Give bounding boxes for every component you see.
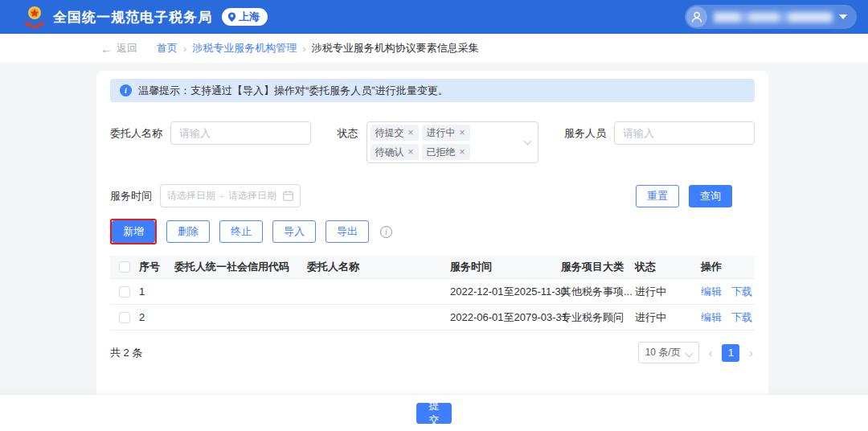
edit-link[interactable]: 编辑 xyxy=(701,285,722,299)
export-button[interactable]: 导出 xyxy=(326,220,369,243)
breadcrumb-separator-icon: › xyxy=(183,43,186,55)
back-button[interactable]: ← 返回 xyxy=(100,41,137,55)
row-no: 2 xyxy=(139,311,174,323)
submit-button[interactable]: 提交 xyxy=(416,403,452,424)
pagination-bar: 共 2 条 10 条/页 ‹ 1 › xyxy=(110,342,755,363)
location-label: 上海 xyxy=(239,10,260,24)
status-tag-label: 进行中 xyxy=(427,126,456,140)
avatar xyxy=(686,6,707,27)
user-icon xyxy=(690,10,703,23)
date-separator: - xyxy=(220,191,223,202)
prev-page-button[interactable]: ‹ xyxy=(707,347,714,359)
header-service-time: 服务时间 xyxy=(450,260,561,274)
download-link[interactable]: 下载 xyxy=(731,310,752,325)
agreements-table: 序号 委托人统一社会信用代码 委托人名称 服务时间 服务项目大类 状态 操作 1… xyxy=(110,256,755,330)
breadcrumb-home[interactable]: 首页 xyxy=(157,41,178,55)
status-tag: 待确认 × xyxy=(371,144,419,160)
page: 全国统一规范电子税务局 上海 ← 返回 首页 xyxy=(0,0,868,431)
status-tag: 进行中 × xyxy=(422,125,470,141)
chevron-down-icon xyxy=(685,350,693,358)
redacted-username xyxy=(714,12,833,23)
row-category: 专业税务顾问 xyxy=(561,310,635,325)
import-button[interactable]: 导入 xyxy=(272,220,316,243)
back-label: 返回 xyxy=(117,41,137,55)
tag-close-icon[interactable]: × xyxy=(408,146,414,158)
table-header-row: 序号 委托人统一社会信用代码 委托人名称 服务时间 服务项目大类 状态 操作 xyxy=(110,256,755,279)
toolbar-info-icon[interactable]: i xyxy=(380,226,392,238)
status-tag-label: 待提交 xyxy=(375,126,404,140)
date-start-placeholder: 请选择日期 xyxy=(167,189,215,203)
chevron-down-icon xyxy=(839,14,847,19)
status-label: 状态 xyxy=(338,121,358,145)
row-no: 1 xyxy=(139,285,174,298)
status-tag: 已拒绝 × xyxy=(422,144,470,160)
row-checkbox[interactable] xyxy=(119,286,130,298)
filter-row-2: 服务时间 请选择日期 - 请选择日期 重置 查询 xyxy=(110,184,755,207)
header-category: 服务项目大类 xyxy=(561,260,635,274)
service-person-label: 服务人员 xyxy=(564,121,606,145)
next-page-button[interactable]: › xyxy=(747,347,755,359)
chevron-down-icon xyxy=(523,138,531,146)
main-content-card: i 温馨提示：支持通过【导入】操作对“委托服务人员”进行批量变更。 委托人名称 … xyxy=(96,71,768,394)
tag-close-icon[interactable]: × xyxy=(408,127,414,138)
tag-close-icon[interactable]: × xyxy=(460,146,465,158)
select-all-checkbox[interactable] xyxy=(119,261,130,273)
client-name-input[interactable] xyxy=(170,121,311,145)
edit-link[interactable]: 编辑 xyxy=(701,310,722,325)
delete-button[interactable]: 删除 xyxy=(166,220,210,243)
total-count: 共 2 条 xyxy=(110,346,142,360)
row-checkbox[interactable] xyxy=(119,312,130,323)
breadcrumb-separator-icon: › xyxy=(302,43,305,55)
terminate-button[interactable]: 终止 xyxy=(219,220,263,243)
location-pin-icon xyxy=(227,12,236,23)
filter-buttons: 重置 查询 xyxy=(636,185,732,207)
info-icon: i xyxy=(120,84,132,96)
service-person-input[interactable] xyxy=(614,121,755,145)
header-no: 序号 xyxy=(139,260,174,274)
row-status: 进行中 xyxy=(635,285,701,299)
service-person-filter: 服务人员 xyxy=(564,121,755,145)
table-row: 1 2022-12-01至2025-11-30 其他税务事项... 进行中 编辑… xyxy=(110,279,755,305)
row-status: 进行中 xyxy=(635,310,701,325)
tax-bureau-logo-icon xyxy=(23,4,47,30)
page-size-select[interactable]: 10 条/页 xyxy=(638,342,699,363)
user-account-dropdown[interactable] xyxy=(685,5,857,29)
calendar-icon xyxy=(283,191,293,201)
status-filter: 状态 待提交 × 进行中 × 待确认 × 已拒绝 xyxy=(338,121,538,163)
app-title: 全国统一规范电子税务局 xyxy=(53,8,212,27)
breadcrumb-current-page: 涉税专业服务机构协议要素信息采集 xyxy=(312,41,479,55)
service-time-range-picker[interactable]: 请选择日期 - 请选择日期 xyxy=(160,184,301,207)
filter-row-1: 委托人名称 状态 待提交 × 进行中 × 待确认 × xyxy=(110,121,755,163)
status-tag-label: 待确认 xyxy=(375,146,404,159)
toolbar: 新增 删除 终止 导入 导出 i xyxy=(110,219,755,244)
row-service-time: 2022-06-01至2079-03-31 xyxy=(450,310,561,325)
add-button[interactable]: 新增 xyxy=(112,220,155,243)
header-credit-code: 委托人统一社会信用代码 xyxy=(174,260,307,274)
breadcrumb-agency-management[interactable]: 涉税专业服务机构管理 xyxy=(192,41,297,55)
notice-banner: i 温馨提示：支持通过【导入】操作对“委托服务人员”进行批量变更。 xyxy=(110,79,755,102)
tag-close-icon[interactable]: × xyxy=(460,127,465,138)
row-service-time: 2022-12-01至2025-11-30 xyxy=(450,285,561,299)
notice-text: 温馨提示：支持通过【导入】操作对“委托服务人员”进行批量变更。 xyxy=(138,84,448,98)
page-number-1[interactable]: 1 xyxy=(722,344,739,362)
client-name-label: 委托人名称 xyxy=(110,121,162,145)
status-multi-select[interactable]: 待提交 × 进行中 × 待确认 × 已拒绝 × xyxy=(366,121,538,163)
location-badge[interactable]: 上海 xyxy=(222,8,268,26)
service-time-label: 服务时间 xyxy=(110,184,152,207)
download-link[interactable]: 下载 xyxy=(731,285,752,299)
reset-button[interactable]: 重置 xyxy=(636,185,679,207)
header-operation: 操作 xyxy=(701,260,755,274)
red-highlight-annotation: 新增 xyxy=(110,219,157,244)
status-tag: 待提交 × xyxy=(371,125,419,141)
breadcrumb: 首页 › 涉税专业服务机构管理 › 涉税专业服务机构协议要素信息采集 xyxy=(157,41,479,55)
query-button[interactable]: 查询 xyxy=(689,185,732,207)
back-arrow-icon: ← xyxy=(100,42,113,55)
status-tag-label: 已拒绝 xyxy=(427,146,456,159)
header-client-name: 委托人名称 xyxy=(307,260,450,274)
page-size-label: 10 条/页 xyxy=(645,346,681,359)
table-row: 2 2022-06-01至2079-03-31 专业税务顾问 进行中 编辑 下载 xyxy=(110,305,755,330)
row-category: 其他税务事项... xyxy=(561,285,635,299)
breadcrumb-bar: ← 返回 首页 › 涉税专业服务机构管理 › 涉税专业服务机构协议要素信息采集 xyxy=(0,34,868,63)
header-status: 状态 xyxy=(635,260,701,274)
footer-bar: 提交 xyxy=(0,394,868,431)
